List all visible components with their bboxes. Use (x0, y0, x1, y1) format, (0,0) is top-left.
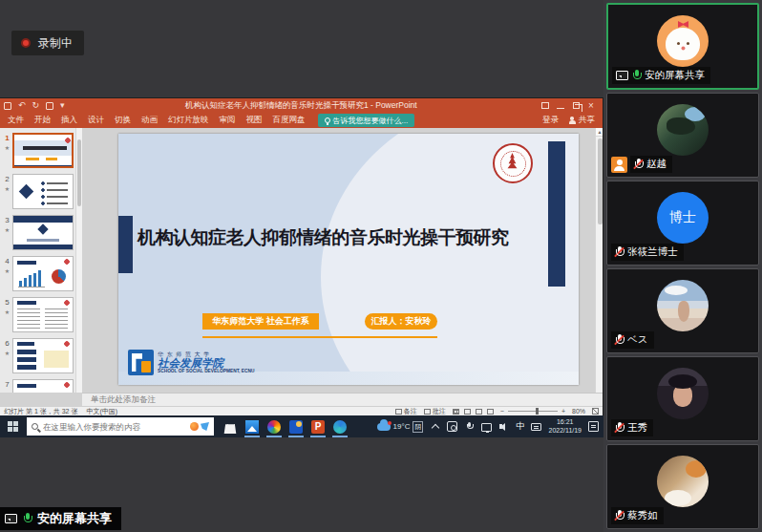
zoom-knob[interactable] (536, 408, 539, 415)
participant-tile[interactable]: 王秀 (606, 356, 759, 441)
thumbnail-preview[interactable] (12, 338, 74, 373)
thumbnail-scrollbar[interactable] (75, 128, 82, 393)
redo-icon[interactable]: ↻ (32, 101, 40, 110)
recording-indicator[interactable]: 录制中 (11, 31, 84, 55)
touch-keyboard-icon[interactable] (531, 423, 541, 431)
ribbon-tab-8[interactable]: 审阅 (220, 115, 236, 126)
avatar (657, 280, 709, 331)
sign-in-button[interactable]: 登录 (542, 115, 559, 126)
participant-tile[interactable]: ベス (606, 268, 759, 353)
participant-tile[interactable]: 博士 张筱兰博士 (606, 181, 759, 266)
taskbar-clock[interactable]: 16:21 2022/11/19 (548, 418, 582, 436)
thumbnail-preview[interactable] (12, 297, 74, 332)
reading-view-icon[interactable] (476, 409, 482, 415)
undo-icon[interactable]: ↶ (18, 101, 26, 110)
participant-tile[interactable]: 蔡秀如 (606, 444, 759, 529)
mic-on-icon (23, 513, 32, 524)
mic-tray-icon[interactable] (464, 421, 475, 432)
notes-toggle[interactable]: 备注 (395, 407, 417, 416)
screen-share-icon (5, 514, 17, 523)
zoom-in-icon[interactable]: + (561, 408, 565, 415)
zoom-track[interactable] (508, 411, 558, 412)
normal-view-icon[interactable] (453, 409, 459, 415)
taskbar-app-store-icon[interactable] (223, 420, 237, 434)
show-hidden-icons[interactable] (430, 421, 440, 432)
ribbon-tab-3[interactable]: 插入 (61, 115, 77, 126)
speaker-tray-icon[interactable] (498, 421, 509, 432)
slide-title: 机构认知症老人抑郁情绪的音乐时光操干预研究 (138, 225, 558, 250)
taskbar-app-powerpoint-icon[interactable] (311, 420, 325, 434)
ribbon-tab-10[interactable]: 百度网盘 (273, 115, 306, 126)
taskbar-app-colorwheel-icon[interactable] (267, 420, 281, 434)
thumbnail-preview[interactable] (12, 379, 74, 393)
animation-star-icon: ★ (2, 267, 12, 274)
ime-indicator[interactable]: 中 (516, 420, 524, 433)
thumbnail-preview[interactable] (12, 133, 74, 168)
tell-me-label: 告诉我您想要做什么... (333, 116, 409, 126)
ribbon-tab-4[interactable]: 设计 (88, 115, 104, 126)
thumbnail-preview[interactable] (12, 215, 74, 250)
action-center-icon[interactable] (588, 421, 599, 432)
editor-scrollbar[interactable]: ▲ (595, 128, 603, 393)
zoom-level[interactable]: 80% (572, 408, 585, 415)
taskbar-app-photos-icon[interactable] (245, 420, 259, 434)
slide-canvas[interactable]: 机构认知症老人抑郁情绪的音乐时光操干预研究 华东师范大学 社会工作系 汇报人：安… (118, 134, 579, 385)
slide-thumbnail[interactable]: 6 ★ (2, 338, 82, 373)
fit-to-window-icon[interactable] (592, 408, 599, 415)
taskbar-app-blueapp-icon[interactable] (289, 420, 303, 434)
avatar (657, 456, 709, 507)
ribbon-tab-2[interactable]: 开始 (34, 115, 51, 126)
start-button[interactable] (8, 421, 19, 433)
participant-tile[interactable]: 赵越 (606, 93, 759, 178)
share-button[interactable]: 共享 (568, 115, 595, 126)
ribbon-tab-7[interactable]: 幻灯片放映 (168, 115, 209, 126)
search-input[interactable] (43, 422, 185, 432)
ribbon-tab-5[interactable]: 切换 (115, 115, 131, 126)
slide-thumbnail[interactable]: 4 ★ (2, 256, 82, 291)
scroll-up-icon[interactable]: ▲ (596, 128, 603, 137)
mic-icon (615, 510, 624, 521)
slide-thumbnail[interactable]: 3 ★ (2, 215, 82, 250)
restore-button[interactable] (568, 99, 583, 112)
close-button[interactable]: × (583, 99, 599, 112)
thumbnail-preview[interactable] (12, 256, 74, 291)
university-seal-icon (493, 143, 533, 183)
thumbnail-number: 6 (5, 339, 9, 348)
quick-access-toolbar: ↶ ↻ ▾ (4, 101, 65, 110)
avatar (657, 104, 709, 156)
ribbon-options-icon[interactable] (538, 99, 553, 112)
display-tray-icon[interactable] (481, 423, 492, 432)
slideshow-icon[interactable] (46, 102, 53, 110)
ribbon-tab-9[interactable]: 视图 (246, 115, 263, 126)
taskbar-app-edge-icon[interactable] (333, 420, 347, 434)
slide-thumbnail[interactable]: 5 ★ (2, 297, 82, 332)
animation-star-icon: ★ (2, 226, 12, 233)
language-indicator[interactable]: 中文(中国) (86, 407, 117, 416)
weather-widget[interactable]: 19°C 阴 (377, 421, 424, 433)
notes-pane[interactable]: 单击此处添加备注 (82, 393, 603, 406)
slide-thumbnail[interactable]: 7 ★ (2, 379, 82, 393)
zoom-out-icon[interactable]: − (500, 408, 504, 415)
slideshow-view-icon[interactable] (487, 409, 494, 415)
ribbon-tab-6[interactable]: 动画 (141, 115, 158, 126)
slide-thumbnail[interactable]: 2 ★ (2, 174, 82, 209)
slide-sorter-icon[interactable] (464, 409, 471, 415)
powerpoint-window: ↶ ↻ ▾ 机构认知症老年人抑郁情绪的音乐时光操干预研究1 - PowerPoi… (0, 98, 603, 415)
save-icon[interactable] (4, 102, 11, 110)
system-tray: 19°C 阴 中 16:21 2022/11/19 (377, 418, 603, 436)
camera-tray-icon[interactable] (447, 421, 457, 432)
participant-name: ベス (627, 333, 648, 347)
notes-icon (395, 409, 402, 415)
animation-star-icon: ★ (2, 350, 12, 356)
tell-me-box[interactable]: 告诉我您想要做什么... (318, 114, 415, 127)
slide-thumbnail[interactable]: 1 ★ (2, 133, 82, 168)
minimize-button[interactable] (553, 99, 568, 112)
zoom-slider[interactable]: − + (500, 408, 565, 415)
ribbon-tab-1[interactable]: 文件 (8, 115, 24, 126)
screen-share-label: 安的屏幕共享 (37, 510, 112, 527)
comments-toggle[interactable]: 批注 (424, 407, 446, 416)
thumbnail-preview[interactable] (12, 174, 74, 209)
taskbar-search[interactable] (27, 417, 214, 436)
participant-tile[interactable]: 安的屏幕共享 (606, 3, 759, 90)
clock-time: 16:21 (548, 418, 582, 427)
